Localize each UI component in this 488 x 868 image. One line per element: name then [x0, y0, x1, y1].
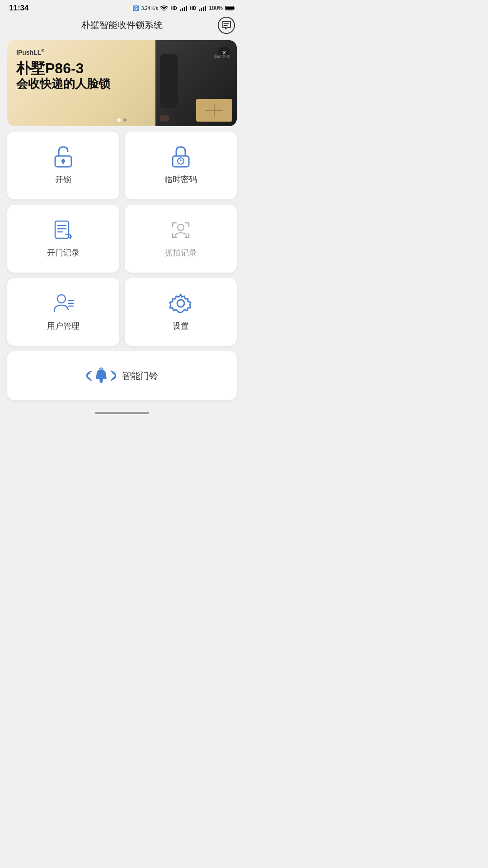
home-indicator [0, 407, 244, 417]
function-grid: 开锁 临时密码 [7, 132, 237, 346]
brand-logo: IPushLL® [16, 48, 44, 56]
status-bar: 11:34 G 3.24 K/s HD HD 100% [0, 0, 244, 14]
user-manage-card[interactable]: 用户管理 [7, 278, 119, 346]
g-badge: G [133, 5, 139, 11]
unlock-card[interactable]: 开锁 [7, 132, 119, 199]
capture-record-icon [169, 219, 192, 241]
dot-1 [117, 118, 121, 122]
svg-point-24 [178, 224, 184, 231]
svg-rect-3 [186, 6, 187, 11]
lock-open-icon [52, 146, 75, 168]
svg-rect-7 [205, 6, 206, 11]
bell-icon [93, 368, 109, 384]
banner-subtitle: 会收快递的人脸锁 [16, 77, 110, 91]
svg-rect-10 [225, 7, 233, 9]
svg-point-31 [100, 380, 103, 383]
svg-rect-6 [203, 7, 204, 11]
hd-badge-1: HD [170, 6, 177, 11]
capture-record-label: 抓拍记录 [164, 247, 197, 258]
temp-password-card[interactable]: 临时密码 [125, 132, 237, 199]
close-icon: × [222, 49, 226, 57]
unlock-label: 开锁 [55, 174, 71, 185]
speed-indicator: 3.24 K/s [141, 6, 158, 11]
door-record-card[interactable]: 开门记录 [7, 205, 119, 273]
svg-rect-1 [182, 8, 183, 11]
signal-icon-1 [179, 5, 188, 11]
settings-icon [169, 292, 192, 314]
smart-doorbell-card[interactable]: 智能门铃 [7, 351, 237, 400]
bell-icon-wrapper [86, 368, 117, 384]
settings-card[interactable]: 设置 [125, 278, 237, 346]
temp-password-label: 临时密码 [164, 174, 197, 185]
status-time: 11:34 [9, 4, 28, 13]
battery-text: 100% [209, 5, 223, 11]
brand-letter-i: I [16, 49, 18, 56]
banner[interactable]: IPushLL® 朴墅P86-3 会收快递的人脸锁 承诺25年 [7, 40, 237, 126]
header: 朴墅智能收件锁系统 [0, 14, 244, 36]
package-box [196, 94, 232, 122]
smart-doorbell-label: 智能门铃 [122, 370, 158, 382]
svg-point-29 [177, 300, 184, 307]
svg-rect-5 [201, 8, 202, 11]
door-record-label: 开门记录 [47, 247, 80, 258]
capture-record-card[interactable]: 抓拍记录 [125, 205, 237, 273]
wave-left-icon [86, 369, 92, 382]
signal-icon-2 [198, 5, 206, 11]
page-title: 朴墅智能收件锁系统 [81, 19, 163, 31]
door-record-icon [52, 219, 75, 241]
svg-point-25 [57, 295, 66, 303]
svg-rect-2 [184, 7, 185, 11]
dot-2 [123, 118, 127, 122]
status-icons: G 3.24 K/s HD HD 100% [133, 5, 235, 11]
brand-sup: ® [41, 48, 44, 53]
chat-icon [221, 20, 231, 30]
svg-rect-0 [180, 9, 181, 11]
battery-icon [225, 5, 235, 11]
svg-rect-9 [234, 7, 235, 9]
hd-badge-2: HD [190, 6, 196, 11]
banner-close-button[interactable]: × [218, 47, 230, 59]
user-manage-label: 用户管理 [47, 321, 80, 331]
svg-rect-4 [199, 9, 200, 11]
person-arm [155, 54, 201, 126]
svg-rect-15 [62, 161, 64, 164]
banner-dots [117, 118, 127, 122]
banner-content: IPushLL® 朴墅P86-3 会收快递的人脸锁 [16, 48, 110, 91]
banner-title: 朴墅P86-3 [16, 60, 110, 77]
svg-rect-20 [55, 221, 69, 238]
wave-right-icon [110, 369, 117, 382]
temp-password-icon [169, 146, 192, 168]
menu-button[interactable] [218, 17, 235, 34]
user-manage-icon [52, 292, 75, 314]
banner-brand: IPushLL® [16, 48, 110, 56]
settings-label: 设置 [173, 321, 189, 331]
wifi-icon [160, 5, 168, 11]
home-bar [95, 412, 149, 414]
